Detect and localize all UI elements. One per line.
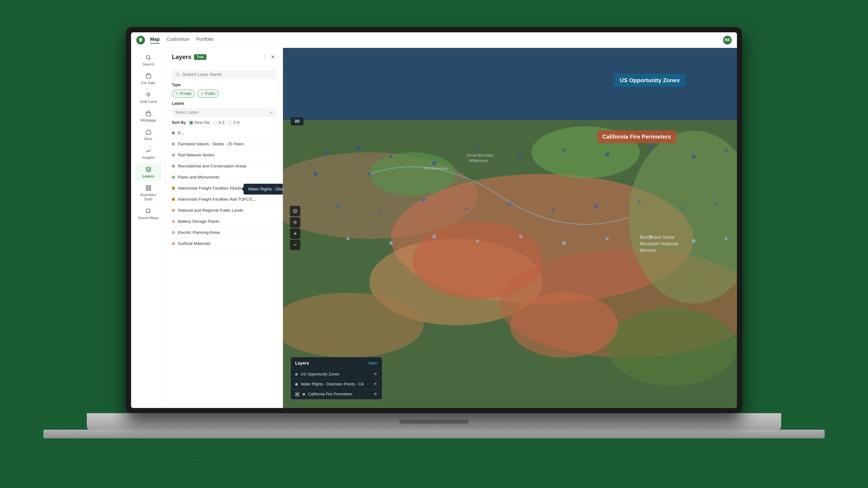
svg-point-32 [692, 155, 696, 159]
svg-point-35 [378, 211, 382, 215]
private-chip[interactable]: ✓ Private [172, 89, 195, 98]
svg-point-30 [605, 152, 609, 157]
svg-point-41 [638, 200, 641, 203]
list-item[interactable]: Farmland Values - States - 20 Years [172, 139, 277, 150]
svg-point-19 [413, 222, 542, 299]
sort-az[interactable]: A-Z [213, 120, 225, 125]
overlay-item[interactable]: Water Rights - Diversion Points - CA 👁 [291, 379, 382, 389]
svg-point-39 [551, 209, 555, 212]
svg-rect-8 [283, 48, 737, 131]
laptop-bottom-bar [43, 430, 825, 438]
svg-point-47 [476, 239, 479, 242]
sort-label: Sort By [172, 120, 186, 125]
list-item[interactable]: Electric Planning Areas [172, 227, 277, 238]
svg-point-28 [519, 155, 523, 159]
labels-select[interactable]: Select Labels [172, 108, 277, 117]
svg-rect-3 [146, 113, 151, 116]
layer-name: Electric Planning Areas [178, 230, 277, 235]
sidebar-forsale-label: For Sale [141, 81, 155, 85]
map-settings-ctrl-button[interactable] [290, 217, 300, 228]
labels-filter-row: Labels Select Labels [172, 101, 277, 117]
labels-label: Labels [172, 101, 277, 106]
close-panel-button[interactable]: ✕ [269, 53, 277, 61]
map-zoom-in-button[interactable] [290, 228, 300, 239]
tab-map[interactable]: Map [150, 36, 160, 43]
sidebar-item-mortgage[interactable]: Mortgage [135, 107, 161, 125]
svg-point-34 [335, 204, 339, 208]
sort-new-old-radio [189, 121, 193, 125]
list-item[interactable]: Surficial Materials [172, 238, 277, 249]
svg-text:Mountain National: Mountain National [640, 241, 678, 247]
layer-dot [172, 231, 175, 234]
filters-section: Type ✓ Private ✓ Public [166, 83, 283, 128]
type-label: Type [172, 83, 277, 87]
overlay-item[interactable]: US Opportunity Zones 👁 [291, 369, 382, 379]
list-item[interactable]: National and Regional Public Lands [172, 205, 277, 216]
sidebar-item-for-sale[interactable]: For Sale [135, 70, 161, 88]
search-input-wrapper[interactable] [172, 70, 277, 79]
eye-icon[interactable]: 👁 [374, 382, 378, 387]
public-chip[interactable]: ✓ Public [197, 89, 219, 98]
svg-text:Wilderness: Wilderness [469, 159, 488, 163]
2d-button[interactable]: 2D [291, 117, 304, 125]
svg-point-24 [313, 172, 317, 176]
user-avatar[interactable]: BB [723, 36, 732, 44]
sidebar-item-saved-maps[interactable]: Saved Maps [135, 205, 161, 223]
map-zoom-out-button[interactable] [290, 240, 300, 250]
laptop-notch [399, 420, 469, 424]
svg-point-5 [265, 57, 266, 58]
search-icon [175, 72, 180, 77]
list-item[interactable]: Intermodal Freight Facilities Pipeline T… [172, 183, 277, 194]
layer-name: Farmland Values - States - 20 Years [178, 142, 277, 147]
layers-overlay-panel: Layers Open US Opportunity Zones 👁 Water… [291, 357, 382, 399]
list-item[interactable]: E... [172, 128, 277, 139]
list-item[interactable]: Recreational and Conservation Areas [172, 161, 277, 172]
map-layers-ctrl-button[interactable] [290, 206, 300, 216]
sidebar-item-insights[interactable]: Insights [135, 145, 161, 162]
tab-customize[interactable]: Customize [167, 36, 189, 43]
overlay-dot [295, 383, 298, 386]
list-item[interactable]: Parks and Monuments [172, 172, 277, 183]
sort-new-old-label: New-Old [194, 120, 210, 125]
panel-title: Layers [172, 54, 191, 61]
svg-point-6 [265, 58, 266, 59]
map-area[interactable]: Berryessa Snow Mountain National Monum..… [283, 48, 737, 408]
layer-dot [172, 165, 175, 168]
fire-perimeters-label: California Fire Perimeters [597, 130, 676, 143]
sort-za[interactable]: Z-A [228, 120, 240, 125]
sidebar-item-boundary-tools[interactable]: Boundary Tools [135, 182, 161, 204]
sort-za-radio [228, 121, 232, 125]
eye-icon[interactable]: 👁 [374, 392, 378, 396]
sidebar-search-label: Search [143, 62, 154, 67]
sidebar-item-layers[interactable]: Layers [135, 163, 161, 181]
sort-new-old[interactable]: New-Old [189, 120, 210, 125]
layers-icon [145, 166, 152, 173]
overlay-layer-name: US Opportunity Zones [301, 372, 371, 377]
svg-point-26 [432, 161, 436, 165]
sidebar-item-search[interactable]: Search [135, 52, 161, 69]
svg-point-37 [465, 207, 468, 210]
overlay-header: Layers Open [291, 357, 382, 369]
layer-dot [172, 176, 175, 179]
sidebar-item-sold-land[interactable]: Sold Land [135, 89, 161, 106]
app-logo[interactable] [136, 36, 145, 44]
sidebar-item-rent[interactable]: Rent [135, 126, 161, 144]
private-label: Private [180, 92, 191, 96]
svg-point-50 [606, 237, 609, 240]
overlay-open-button[interactable]: Open [368, 361, 378, 365]
sidebar-savedmaps-label: Saved Maps [138, 216, 159, 220]
sidebar-boundary-label: Boundary Tools [137, 193, 160, 201]
svg-text:Berryessa Snow: Berryessa Snow [640, 234, 675, 240]
eye-icon[interactable]: 👁 [374, 372, 378, 377]
list-item[interactable]: Intermodal Freight Facilities Rail TOFC/… [172, 194, 277, 205]
partial-checkbox[interactable] [295, 392, 300, 396]
search-input[interactable] [183, 72, 273, 77]
list-item[interactable]: Battery Storage Plants [172, 216, 277, 227]
panel-menu-button[interactable] [261, 53, 269, 61]
list-item[interactable]: Rail Network Nodes [172, 150, 277, 161]
overlay-item[interactable]: California Fire Perimeters 👁 [291, 389, 382, 399]
svg-point-18 [607, 308, 737, 386]
rent-icon [145, 129, 152, 135]
svg-point-16 [369, 152, 456, 195]
tab-portfolio[interactable]: Portfolio [196, 36, 214, 43]
